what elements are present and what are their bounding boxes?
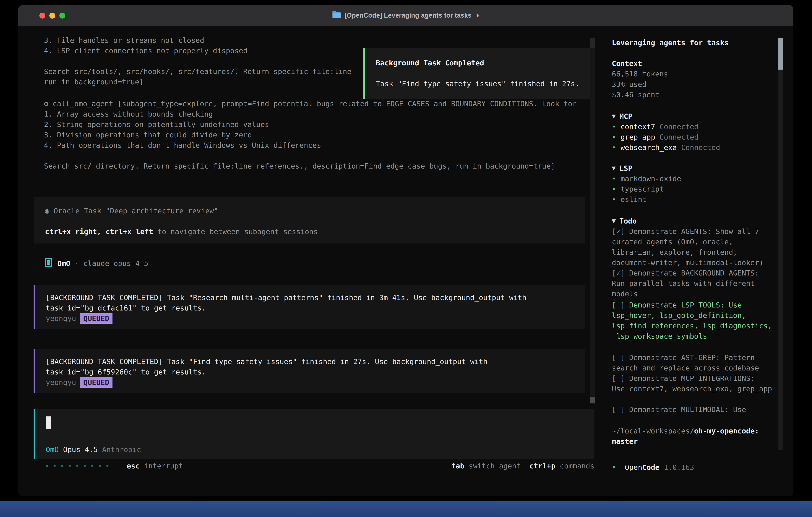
text-cursor (46, 416, 51, 429)
agent-name: OmO (57, 259, 70, 268)
spinner-dots: ••••••••• (45, 462, 113, 470)
lsp-item: •markdown-oxide (612, 173, 774, 184)
mcp-item: •grep_app Connected (612, 132, 774, 142)
status-badge: QUEUED (80, 313, 113, 324)
close-button[interactable] (39, 12, 46, 19)
task-box-meta: yeongyuQUEUED (46, 377, 577, 388)
input-agent-name: OmO (46, 445, 59, 454)
todo-item-lsp-tools: [ ] Demonstrate LSP TOOLS: Use lsp_hover… (612, 300, 774, 342)
task-box-type-safety: [BACKGROUND TASK COMPLETED] Task "Find t… (34, 349, 585, 393)
chevron-down-icon: ▼ (612, 218, 616, 224)
traffic-lights (39, 12, 65, 19)
status-dot-icon: • (612, 143, 616, 152)
sidebar-lsp-section: ▼LSP •markdown-oxide •typescript •eslint (612, 163, 774, 205)
task-box-meta: yeongyuQUEUED (46, 313, 577, 324)
tab-key-hint: tab (452, 462, 464, 470)
status-dot-icon: • (612, 123, 616, 131)
oracle-task-title: ◉ Oracle Task "Deep architecture review" (45, 206, 577, 216)
version-row: • OpenCode 1.0.163 (612, 462, 694, 472)
status-dot-icon: • (612, 463, 616, 471)
sidebar-session-title: Leveraging agents for tasks (612, 37, 729, 48)
background-task-notification: Background Task Completed Task "Find typ… (363, 48, 593, 99)
desktop-wallpaper-band (0, 501, 812, 517)
check-icon (616, 374, 620, 382)
notification-title: Background Task Completed (376, 58, 580, 68)
task-user: yeongyu (46, 378, 76, 386)
context-spent: $0.46 spent (612, 89, 774, 100)
zoom-button[interactable] (59, 12, 65, 19)
sidebar-todo-section: ▼Todo [✓] Demonstrate AGENTS: Show all 7… (612, 216, 774, 415)
status-dot-icon: • (612, 174, 616, 183)
sidebar-scrollbar-thumb[interactable] (778, 38, 783, 70)
task-user: yeongyu (46, 314, 76, 323)
task-box-text: [BACKGROUND TASK COMPLETED] Task "Find t… (46, 356, 577, 377)
session-state-icon: ◑ (475, 11, 479, 19)
chevron-down-icon: ▼ (612, 165, 616, 171)
sidebar-mcp-section: ▼MCP •context7 Connected •grep_app Conne… (612, 111, 774, 153)
check-icon (616, 405, 620, 414)
folder-icon (332, 12, 341, 19)
oracle-task-panel: ◉ Oracle Task "Deep architecture review"… (34, 197, 585, 244)
workspace-path: ~/local-workspaces/oh-my-opencode: maste… (612, 426, 774, 446)
status-dot-icon: • (612, 195, 616, 203)
esc-key-hint: esc (127, 462, 140, 470)
prompt-input[interactable]: OmO Opus 4.5 Anthropic (34, 409, 594, 459)
input-model-row: OmO Opus 4.5 Anthropic (46, 444, 141, 455)
context-heading: Context (612, 58, 774, 69)
todo-item-ast-grep: [ ] Demonstrate AST-GREP: Pattern search… (612, 352, 774, 373)
check-icon: ✓ (616, 227, 620, 236)
chat-scrollbar-thumb-top[interactable] (590, 38, 594, 48)
todo-item-background-agents: [✓] Demonstrate BACKGROUND AGENTS: Run p… (612, 268, 774, 299)
terminal-window: [OpenCode] Leveraging agents for tasks ◑… (18, 5, 793, 496)
input-provider-name: Anthropic (102, 445, 141, 454)
mcp-item: •websearch_exa Connected (612, 142, 774, 153)
notification-body: Task "Find type safety issues" finished … (376, 79, 580, 89)
task-box-text: [BACKGROUND TASK COMPLETED] Task "Resear… (46, 293, 577, 313)
sidebar-scrollbar[interactable] (778, 38, 783, 450)
status-dot-icon: • (612, 185, 616, 193)
chevron-down-icon: ▼ (612, 113, 616, 119)
chat-scrollbar-thumb[interactable] (590, 397, 594, 404)
chat-scrollbar[interactable] (590, 38, 594, 404)
todo-item-agents: [✓] Demonstrate AGENTS: Show all 7 curat… (612, 226, 774, 268)
oracle-task-hint: ctrl+x right, ctrl+x left to navigate be… (45, 226, 577, 237)
check-icon (616, 353, 620, 362)
sidebar-context-section: Context 66,518 tokens 33% used $0.46 spe… (612, 58, 774, 100)
record-icon: ◉ (45, 207, 49, 215)
git-branch: master (612, 437, 638, 445)
context-tokens: 66,518 tokens (612, 69, 774, 79)
statusbar-left: •••••••••esc interrupt (45, 461, 183, 471)
lsp-heading-row[interactable]: ▼LSP (612, 163, 774, 173)
ctrlp-key-hint: ctrl+p (529, 462, 555, 470)
agent-header: OmO · claude-opus-4-5 (45, 258, 148, 269)
status-dot-icon: • (612, 133, 616, 141)
context-used: 33% used (612, 79, 774, 89)
lsp-item: •eslint (612, 194, 774, 205)
agent-icon (45, 258, 52, 267)
minimize-button[interactable] (49, 12, 55, 19)
todo-item-multimodal: [ ] Demonstrate MULTIMODAL: Use (612, 404, 774, 415)
statusbar-right: tab switch agentctrl+p commands (452, 461, 594, 471)
titlebar: [OpenCode] Leveraging agents for tasks ◑ (18, 5, 793, 26)
input-model-name: Opus 4.5 (59, 445, 102, 454)
status-badge: QUEUED (80, 377, 113, 388)
mcp-heading-row[interactable]: ▼MCP (612, 111, 774, 121)
window-title: [OpenCode] Leveraging agents for tasks (345, 11, 471, 19)
check-icon (616, 301, 620, 309)
tool-call-output: ⚙ call_omo_agent [subagent_type=explore,… (44, 99, 587, 171)
lsp-item: •typescript (612, 184, 774, 194)
task-box-research: [BACKGROUND TASK COMPLETED] Task "Resear… (34, 285, 585, 329)
agent-model: claude-opus-4-5 (83, 259, 148, 268)
shortcut-keys: ctrl+x right, ctrl+x left (45, 227, 153, 236)
todo-heading-row[interactable]: ▼Todo (612, 216, 774, 226)
check-icon: ✓ (616, 269, 620, 277)
version-number: 1.0.163 (660, 463, 694, 471)
mcp-item: •context7 Connected (612, 121, 774, 132)
todo-item-mcp-integrations: [ ] Demonstrate MCP INTEGRATIONS: Use co… (612, 373, 774, 394)
